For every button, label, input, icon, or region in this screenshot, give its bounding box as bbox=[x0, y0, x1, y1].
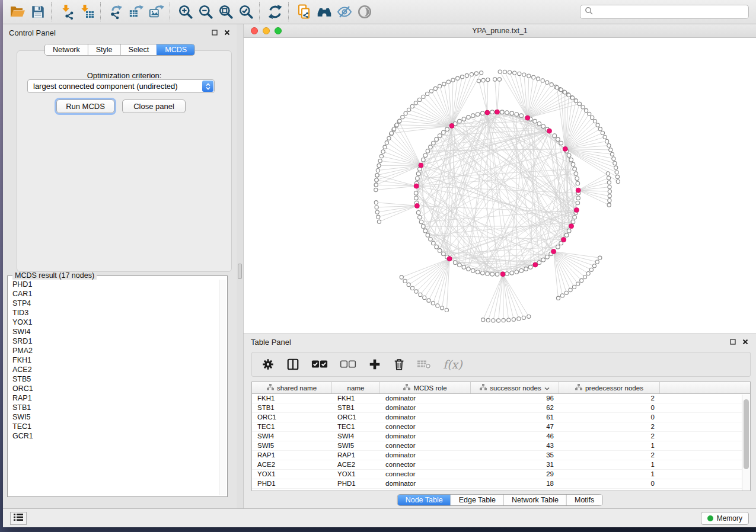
mcds-result-item[interactable]: ACE2 bbox=[12, 365, 218, 374]
table-row[interactable]: RAP1RAP1dominator352 bbox=[252, 451, 750, 460]
unselect-all-columns-icon[interactable] bbox=[340, 358, 356, 371]
table-cell: SWI5 bbox=[332, 441, 380, 450]
tab-motifs[interactable]: Motifs bbox=[566, 495, 602, 505]
mcds-result-item[interactable]: SWI5 bbox=[12, 412, 218, 422]
main-area: Control Panel NetworkStyleSelectMCDS Opt… bbox=[3, 24, 756, 508]
find-icon[interactable] bbox=[314, 2, 334, 22]
mcds-result-item[interactable]: RAP1 bbox=[12, 393, 218, 403]
delete-columns-icon[interactable] bbox=[393, 358, 405, 371]
table-cell: 1 bbox=[559, 441, 660, 450]
vertical-splitter[interactable] bbox=[237, 24, 243, 508]
table-row[interactable]: SWI4SWI4dominator462 bbox=[252, 432, 750, 441]
mcds-result-item[interactable]: SRD1 bbox=[12, 336, 218, 346]
cytoscape-window: Control Panel NetworkStyleSelectMCDS Opt… bbox=[3, 0, 756, 527]
table-body: FKH1FKH1dominator962STB1STB1dominator620… bbox=[252, 394, 750, 489]
column-header-MCDS-role[interactable]: MCDS role bbox=[380, 382, 471, 393]
table-row[interactable]: TEC1TEC1connector472 bbox=[252, 422, 750, 432]
memory-button[interactable]: Memory bbox=[701, 512, 749, 525]
tab-mcds[interactable]: MCDS bbox=[157, 44, 194, 55]
close-panel-button[interactable]: Close panel bbox=[122, 100, 186, 113]
mcds-result-item[interactable]: YOX1 bbox=[12, 318, 218, 327]
zoom-fit-icon[interactable] bbox=[216, 2, 236, 22]
table-row[interactable]: ACE2ACE2connector311 bbox=[252, 460, 750, 470]
table-cell: YOX1 bbox=[332, 470, 380, 479]
export-network-icon[interactable] bbox=[106, 2, 126, 22]
open-file-icon[interactable] bbox=[8, 2, 28, 22]
close-window-icon[interactable] bbox=[251, 27, 258, 34]
table-cell: connector bbox=[380, 460, 471, 469]
mcds-result-item[interactable]: GCR1 bbox=[12, 431, 218, 441]
column-label: name bbox=[347, 384, 365, 392]
network-graph[interactable] bbox=[244, 38, 756, 334]
table-row[interactable]: FKH1FKH1dominator962 bbox=[252, 394, 750, 403]
splitter-grip[interactable] bbox=[238, 264, 242, 279]
import-network-icon[interactable] bbox=[57, 2, 77, 22]
select-all-columns-icon[interactable] bbox=[311, 358, 328, 371]
tab-select[interactable]: Select bbox=[120, 44, 157, 55]
mcds-result-item[interactable]: FKH1 bbox=[12, 355, 218, 365]
column-layout-icon[interactable] bbox=[286, 358, 299, 371]
zoom-out-icon[interactable] bbox=[196, 2, 216, 22]
mcds-result-item[interactable]: STP4 bbox=[12, 299, 218, 308]
minimize-window-icon[interactable] bbox=[263, 27, 270, 34]
table-row[interactable]: STB1STB1dominator620 bbox=[252, 403, 750, 413]
column-header-shared-name[interactable]: shared name bbox=[252, 382, 332, 393]
column-header-name[interactable]: name bbox=[332, 382, 380, 393]
refresh-icon[interactable] bbox=[265, 2, 285, 22]
zoom-selected-icon[interactable] bbox=[236, 2, 256, 22]
mcds-result-list[interactable]: PHD1CAR1STP4TID3YOX1SWI4SRD1PMA2FKH1ACE2… bbox=[9, 280, 218, 495]
mcds-result-item[interactable]: TEC1 bbox=[12, 422, 218, 431]
tab-node-table[interactable]: Node Table bbox=[398, 495, 451, 505]
save-session-icon[interactable] bbox=[28, 2, 48, 22]
float-table-panel-icon[interactable] bbox=[729, 338, 736, 345]
run-mcds-button[interactable]: Run MCDS bbox=[56, 100, 114, 113]
close-panel-icon[interactable] bbox=[224, 29, 231, 36]
search-input[interactable] bbox=[596, 8, 748, 16]
table-scrollbar-thumb[interactable] bbox=[744, 399, 749, 469]
tab-edge-table[interactable]: Edge Table bbox=[451, 495, 503, 505]
create-column-icon[interactable] bbox=[368, 358, 381, 371]
tab-style[interactable]: Style bbox=[88, 44, 120, 55]
close-table-panel-icon[interactable] bbox=[742, 338, 749, 345]
memory-status-icon bbox=[707, 515, 713, 521]
tab-network[interactable]: Network bbox=[45, 44, 88, 55]
show-details-icon[interactable] bbox=[355, 2, 375, 22]
table-cell: connector bbox=[380, 441, 471, 450]
column-type-icon bbox=[575, 384, 582, 392]
table-cell: 35 bbox=[471, 451, 559, 460]
table-scrollbar[interactable] bbox=[742, 395, 750, 491]
export-table-icon[interactable] bbox=[126, 2, 146, 22]
table-cell: TEC1 bbox=[332, 422, 380, 431]
criterion-dropdown[interactable]: largest connected component (undirected) bbox=[27, 79, 215, 93]
mcds-result-item[interactable]: CAR1 bbox=[12, 289, 218, 299]
tab-network-table[interactable]: Network Table bbox=[503, 495, 566, 505]
table-cell: STB1 bbox=[332, 403, 380, 412]
status-menu-button[interactable] bbox=[10, 512, 27, 525]
table-row[interactable]: ORC1ORC1dominator610 bbox=[252, 413, 750, 422]
network-view-window: YPA_prune.txt_1 bbox=[243, 24, 756, 334]
mcds-result-item[interactable]: SWI4 bbox=[12, 327, 218, 336]
import-table-icon[interactable] bbox=[77, 2, 97, 22]
hide-details-icon[interactable] bbox=[334, 2, 355, 22]
clone-network-icon[interactable] bbox=[294, 2, 314, 22]
mcds-list-scrollbar[interactable] bbox=[219, 280, 226, 495]
mcds-result-item[interactable]: STB5 bbox=[12, 374, 218, 384]
mcds-result-item[interactable]: TID3 bbox=[12, 308, 218, 318]
mcds-result-item[interactable]: PHD1 bbox=[12, 280, 218, 289]
maximize-window-icon[interactable] bbox=[275, 27, 282, 34]
column-header-successor-nodes[interactable]: successor nodes bbox=[471, 382, 559, 393]
table-row[interactable]: YOX1YOX1connector291 bbox=[252, 470, 750, 479]
table-cell: 31 bbox=[471, 460, 559, 469]
mcds-result-item[interactable]: PMA2 bbox=[12, 346, 218, 355]
mcds-result-item[interactable]: STB1 bbox=[12, 403, 218, 412]
mcds-result-item[interactable]: ORC1 bbox=[12, 384, 218, 393]
export-image-icon[interactable] bbox=[146, 2, 167, 22]
zoom-in-icon[interactable] bbox=[176, 2, 196, 22]
float-panel-icon[interactable] bbox=[211, 29, 218, 36]
table-settings-icon[interactable] bbox=[261, 358, 275, 371]
table-row[interactable]: SWI5SWI5connector431 bbox=[252, 441, 750, 451]
sort-descending-icon bbox=[544, 384, 550, 392]
column-header-predecessor-nodes[interactable]: predecessor nodes bbox=[559, 382, 660, 393]
table-row[interactable]: PHD1PHD1dominator180 bbox=[252, 479, 750, 489]
table-panel-title: Table Panel bbox=[251, 338, 291, 347]
